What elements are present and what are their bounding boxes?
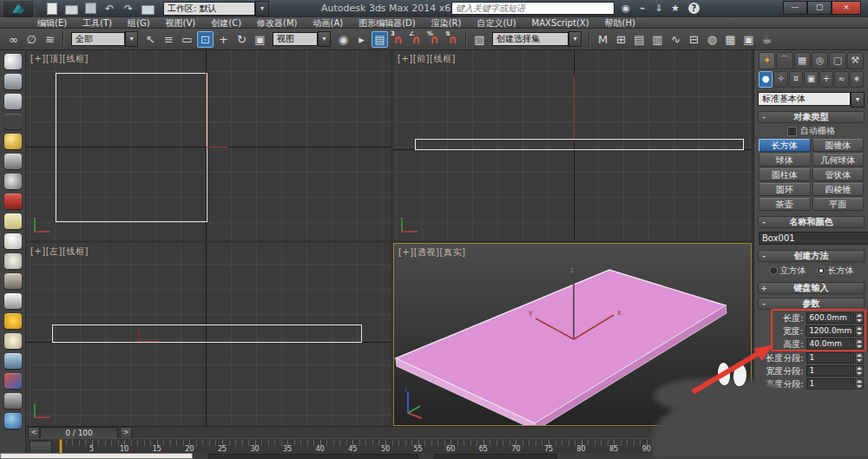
material-editor[interactable]: ◍	[704, 31, 720, 48]
menu-item[interactable]: 创建(C)	[203, 17, 249, 29]
box-wireframe-front[interactable]	[415, 139, 744, 150]
spinner-control[interactable]	[855, 378, 864, 390]
object-type-button[interactable]: 管状体	[812, 168, 865, 181]
favorites-star-icon[interactable]: ★	[669, 3, 681, 14]
dropdown-arrow-icon[interactable]: ▾	[125, 31, 138, 47]
viewport-left[interactable]: [+][左][线框]	[26, 243, 391, 426]
select-and-manipulate[interactable]: ▸	[353, 31, 370, 48]
viewport-front-label[interactable]: [+][前][线框]	[398, 53, 456, 65]
menu-item[interactable]: 动画(A)	[306, 17, 352, 29]
menu-item[interactable]: 视图(V)	[158, 17, 204, 29]
parameter-value-field[interactable]: 1	[806, 365, 855, 377]
menu-item[interactable]: 渲染(R)	[424, 17, 470, 29]
selection-filter-dropdown[interactable]: 全部 ▾	[71, 31, 138, 47]
parameter-value-field[interactable]: 1	[806, 352, 855, 364]
primitive-category-dropdown[interactable]: 标准基本体 ▾	[758, 92, 865, 108]
dropdown-arrow-icon[interactable]: ▾	[851, 92, 865, 108]
snap-toggle-3d[interactable]: 3∩	[390, 31, 406, 48]
spinner-snap-toggle[interactable]: ⇅∩	[444, 31, 461, 48]
subtab-lights[interactable]: ¤	[789, 71, 803, 88]
named-selection-sets-dropdown[interactable]: 创建选择集 ▾	[492, 31, 582, 47]
rollout-creation-method-header[interactable]: - 创建方法	[758, 250, 865, 262]
tab-hierarchy[interactable]: ▦	[794, 52, 811, 69]
subtab-space-warps[interactable]: ≈	[834, 71, 848, 88]
previous-frame-button[interactable]: <	[28, 427, 40, 439]
menu-item[interactable]: 组(G)	[120, 17, 158, 29]
object-name-field[interactable]	[759, 232, 868, 245]
unlink-selection[interactable]: ∅	[23, 31, 40, 48]
curve-editor[interactable]: ∿	[667, 31, 684, 48]
workspace-value[interactable]: 工作区: 默认	[163, 2, 255, 16]
left-icon-rain[interactable]	[4, 353, 22, 369]
redo-icon[interactable]: ↷	[122, 3, 135, 15]
left-icon-yellow-plate[interactable]	[4, 213, 22, 229]
box-wireframe-left[interactable]	[52, 325, 362, 343]
left-icon-molecule[interactable]	[4, 373, 22, 389]
viewport-top-label[interactable]: [+][顶][线框]	[30, 53, 89, 65]
menu-item[interactable]: MAXScript(X)	[524, 17, 597, 29]
select-and-link[interactable]: ∞	[5, 31, 22, 48]
left-icon-list-panel[interactable]	[4, 94, 22, 109]
workspace-dropdown-arrow-icon[interactable]: ▾	[255, 1, 269, 16]
left-icon-spreadsheet[interactable]	[4, 114, 22, 129]
parameter-value-field[interactable]: 1	[806, 378, 855, 390]
dropdown-arrow-icon[interactable]: ▾	[569, 31, 582, 47]
search-binoculars-icon[interactable]: ◉	[620, 3, 632, 14]
object-type-button[interactable]: 长方体	[759, 139, 811, 152]
menu-item[interactable]: 图形编辑器(D)	[351, 17, 424, 29]
viewport-left-label[interactable]: [+][左][线框]	[30, 246, 89, 258]
left-icon-sun[interactable]	[4, 313, 22, 329]
subtab-systems[interactable]: ∗	[850, 71, 864, 88]
tab-display[interactable]: ▢	[829, 52, 845, 69]
tab-motion[interactable]: ◎	[812, 52, 828, 69]
creation-method-radio[interactable]: 长方体	[817, 265, 854, 277]
workspace-selector[interactable]: 工作区: 默认 ▾	[163, 1, 269, 16]
undo-icon[interactable]: ↶	[102, 3, 116, 15]
keyboard-shortcut-override[interactable]: ▤	[372, 31, 388, 48]
object-type-button[interactable]: 圆柱体	[759, 168, 811, 181]
viewport-perspective-label[interactable]: [+][透视][真实]	[398, 246, 465, 259]
object-type-button[interactable]: 茶壶	[759, 198, 811, 211]
left-icon-torus[interactable]	[4, 333, 22, 349]
percent-snap-toggle[interactable]: %∩	[426, 31, 443, 48]
select-by-name[interactable]: ≡	[161, 31, 177, 48]
viewport-front[interactable]: [+][前][线框]	[393, 50, 752, 240]
left-icon-monitor[interactable]	[4, 74, 22, 89]
subtab-geometry[interactable]: ●	[759, 71, 773, 88]
reference-coordinate-dropdown[interactable]: 视图 ▾	[273, 31, 331, 47]
open-file-icon[interactable]	[64, 3, 78, 15]
rollout-object-type-header[interactable]: - 对象类型	[758, 111, 865, 123]
menu-item[interactable]: 自定义(U)	[469, 17, 523, 29]
left-icon-hemisphere[interactable]	[4, 233, 22, 249]
rollout-keyboard-entry-header[interactable]: + 键盘输入	[758, 282, 865, 294]
object-type-button[interactable]: 圆锥体	[812, 139, 865, 152]
viewport-top[interactable]: [+][顶][线框]	[26, 50, 391, 240]
box-wireframe-top[interactable]	[56, 73, 207, 222]
select-and-scale[interactable]: ▣	[252, 31, 268, 48]
use-pivot-point-center[interactable]: ◉	[335, 31, 352, 48]
subtab-helpers[interactable]: +	[819, 71, 833, 88]
rendered-frame-window[interactable]: ▣	[740, 31, 757, 48]
schematic-view[interactable]: ⊟	[686, 31, 702, 48]
dropdown-arrow-icon[interactable]: ▾	[318, 31, 331, 47]
bind-to-space-warp[interactable]: ≋	[42, 31, 58, 48]
select-and-rotate[interactable]: ↻	[233, 31, 250, 48]
autogrid-checkbox[interactable]	[787, 127, 797, 136]
rollout-name-color-header[interactable]: - 名称和颜色	[758, 216, 865, 228]
object-type-button[interactable]: 平面	[812, 198, 865, 211]
creation-method-radio[interactable]: 立方体	[769, 265, 806, 277]
left-icon-earth[interactable]	[4, 413, 22, 429]
mirror[interactable]: M	[595, 31, 611, 48]
rectangular-selection-region[interactable]: ▭	[179, 31, 195, 48]
object-type-button[interactable]: 几何球体	[812, 154, 865, 167]
help-icon[interactable]: ?	[688, 3, 700, 14]
left-icon-stereo-glasses[interactable]	[4, 193, 22, 209]
communication-center-icon[interactable]: ⇓	[653, 3, 665, 14]
edit-named-selection-sets[interactable]: ▧	[471, 31, 488, 48]
spinner-control[interactable]	[855, 365, 864, 377]
subtab-cameras[interactable]: ▣	[804, 71, 818, 88]
align[interactable]: ⊞	[613, 31, 629, 48]
window-crossing-toggle[interactable]: ⊡	[197, 31, 214, 48]
render-production[interactable]: ☕	[759, 31, 775, 48]
menu-item[interactable]: 工具(T)	[75, 17, 120, 29]
